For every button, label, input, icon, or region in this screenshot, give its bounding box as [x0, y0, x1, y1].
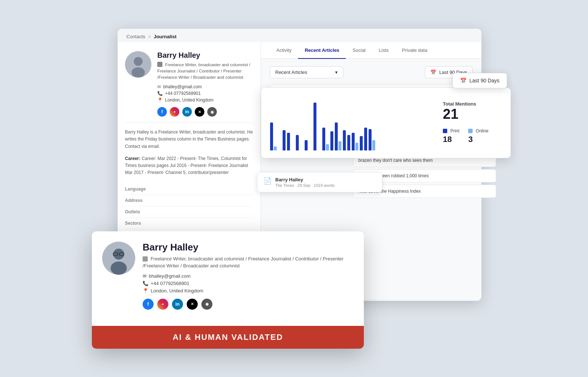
popup-linkedin-icon[interactable]: in: [172, 299, 183, 310]
overlay-total-label: Total Mentions: [443, 101, 502, 107]
profile-location: London, United Kingdom: [165, 97, 214, 103]
bar-print: [330, 131, 333, 150]
facebook-icon[interactable]: f: [157, 107, 167, 117]
web-icon[interactable]: ◉: [207, 107, 217, 117]
career-text: Career: Mar 2022 - Present- The Times, C…: [125, 156, 248, 175]
popup-card: Barry Halley Freelance Writer, broadcast…: [92, 231, 364, 349]
svg-point-1: [134, 57, 143, 66]
articles-dropdown[interactable]: Recent Articles ▾: [270, 66, 343, 78]
calendar-icon: 📅: [430, 70, 436, 75]
bar-group: [270, 122, 277, 150]
bar-group: [300, 150, 303, 150]
overlay-legend-online: Online 3: [468, 127, 488, 144]
career-label: Career:: [125, 156, 140, 161]
tab-social[interactable]: Social: [346, 42, 372, 59]
article-icon: 📄: [263, 177, 272, 185]
tab-activity[interactable]: Activity: [270, 42, 298, 59]
bar-group: [364, 128, 367, 150]
avatar: [125, 51, 151, 78]
bar-group: [318, 150, 321, 150]
date-overlay-label: Last 90 Days: [469, 78, 499, 83]
bar-group: [287, 133, 290, 150]
tabs-bar: Activity Recent Articles Social Lists Pr…: [261, 42, 481, 59]
bar-print: [369, 129, 372, 150]
breadcrumb: Contacts > Journalist: [118, 29, 481, 42]
bar-empty: [300, 150, 303, 150]
instagram-icon[interactable]: ●: [170, 107, 179, 117]
popup-header: Barry Halley Freelance Writer, broadcast…: [102, 242, 354, 310]
bar-print: [287, 133, 290, 150]
popup-phone-icon: 📞: [143, 281, 148, 286]
overlay-print-label: Print: [450, 128, 459, 134]
bar-online: [326, 144, 329, 150]
overlay-online-dot: [468, 129, 473, 133]
popup-web-icon[interactable]: ◉: [201, 299, 212, 310]
bar-group: [283, 130, 286, 150]
bar-group: [369, 129, 375, 150]
tab-lists[interactable]: Lists: [372, 42, 395, 59]
bar-print: [322, 128, 325, 150]
article-source: The Times · 29 Sep · 1019 words: [275, 183, 334, 188]
popup-location-icon: 📍: [143, 288, 148, 294]
breadcrumb-separator: >: [148, 34, 151, 39]
profile-info: Barry Halley Freelance Writer, broadcast…: [157, 51, 253, 117]
popup-title: Freelance Writer, broadcaster and column…: [143, 255, 354, 270]
overlay-online-label: Online: [476, 128, 489, 134]
tab-recent-articles[interactable]: Recent Articles: [298, 42, 346, 59]
scene: Contacts > Journalist Barry Halley: [92, 29, 496, 349]
popup-instagram-icon[interactable]: ●: [157, 299, 168, 310]
bar-group: [291, 150, 294, 150]
bar-print: [283, 130, 286, 150]
article-overlay[interactable]: 📄 Barry Halley The Times · 29 Sep · 1019…: [257, 172, 382, 192]
bar-group: [347, 135, 350, 150]
profile-header: Barry Halley Freelance Writer, broadcast…: [125, 51, 253, 117]
bar-online: [274, 146, 277, 150]
overlay-legend-print: Print 18: [443, 127, 459, 144]
validated-banner: AI & HUMAN VALIDATED: [92, 326, 364, 349]
overlay-print-value: 18: [443, 135, 459, 144]
bar-print: [313, 103, 316, 150]
profile-name: Barry Halley: [157, 51, 253, 60]
bar-print: [343, 130, 346, 150]
profile-email[interactable]: bhalley@gmail.com: [163, 84, 202, 89]
popup-email[interactable]: bhalley@gmail.com: [149, 273, 191, 279]
popup-twitter-x-icon[interactable]: ✕: [187, 299, 198, 310]
popup-facebook-icon[interactable]: f: [143, 299, 154, 310]
chart-overlay-bars: [270, 95, 435, 150]
bar-print: [352, 133, 355, 150]
overlay-print-dot: [443, 129, 447, 133]
bar-group: [322, 128, 329, 150]
social-icons: f ● in ✕ ◉: [157, 107, 253, 117]
bar-print: [335, 122, 338, 150]
popup-name: Barry Halley: [143, 242, 354, 253]
article-source-name: The Times: [275, 183, 294, 188]
tab-private-data[interactable]: Private data: [395, 42, 434, 59]
breadcrumb-current: Journalist: [154, 34, 176, 39]
bar-group: [309, 150, 312, 150]
bar-empty: [309, 150, 312, 150]
bar-print: [270, 122, 273, 150]
bar-print: [364, 128, 367, 150]
email-icon: ✉: [157, 84, 161, 89]
bar-group: [343, 130, 346, 150]
profile-phone: +44 07792568901: [165, 91, 201, 96]
headline-text-1: brazen they don't care who sees them: [358, 158, 433, 163]
calendar-icon-overlay: 📅: [460, 78, 466, 83]
bar-online: [355, 143, 358, 150]
dropdown-label: Recent Articles: [275, 70, 307, 75]
bar-print: [305, 140, 308, 150]
date-overlay-card[interactable]: 📅 Last 90 Days: [452, 73, 507, 88]
linkedin-icon[interactable]: in: [182, 107, 192, 117]
bar-empty: [318, 150, 321, 150]
bar-group: [330, 131, 333, 150]
info-row-address: Address: [125, 195, 253, 206]
twitter-x-icon[interactable]: ✕: [195, 107, 204, 117]
popup-contact: ✉ bhalley@gmail.com 📞 +44 07792568901 📍 …: [143, 273, 354, 294]
breadcrumb-contacts[interactable]: Contacts: [126, 34, 145, 39]
bar-print: [360, 136, 363, 150]
popup-avatar: [102, 242, 135, 275]
bio-text: Barry Halley is a Freelance Writer, broa…: [125, 129, 253, 150]
bar-print: [296, 135, 299, 150]
bar-empty: [278, 150, 281, 150]
profile-title-text: Freelance Writer, broadcaster and column…: [157, 63, 250, 80]
